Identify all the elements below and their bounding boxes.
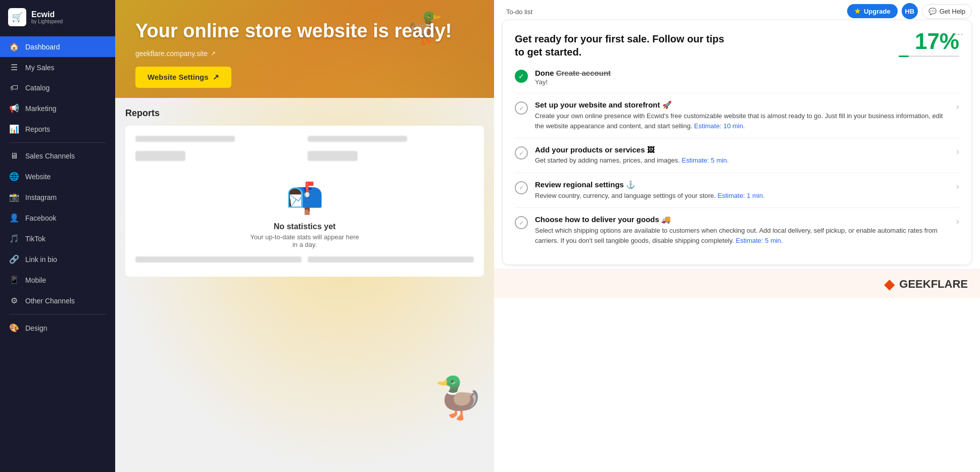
todo-progress-bar [899, 56, 959, 57]
blur-row [308, 151, 358, 161]
nav-label-facebook: Facebook [25, 214, 56, 222]
hero-panel: 🦆 🦆 Your online store website is ready! … [115, 0, 494, 472]
regional-title: Review regional settings ⚓ [535, 180, 949, 189]
geekflare-name: GEEKFLARE [899, 278, 968, 291]
todo-item-title: Done Create account [535, 69, 959, 77]
sidebar-item-catalog[interactable]: 🏷 Catalog [0, 78, 115, 98]
geekflare-footer: ◆ GEEKFLARE [494, 269, 980, 298]
todo-item-regional[interactable]: ✓ Review regional settings ⚓ Review coun… [515, 173, 959, 208]
regional-estimate: Estimate: 1 min. [718, 192, 765, 199]
todo-check-setup: ✓ [515, 101, 528, 115]
todo-item-add-products[interactable]: ✓ Add your products or services 🖼 Get st… [515, 138, 959, 173]
sidebar-item-instagram[interactable]: 📸 Instagram [0, 187, 115, 207]
nav-label-tiktok: TikTok [25, 235, 45, 243]
catalog-icon: 🏷 [9, 83, 19, 92]
help-button[interactable]: 💬 Get Help [922, 4, 972, 19]
blur-row [135, 151, 185, 161]
todo-check-delivery: ✓ [515, 216, 528, 229]
create-account-label: Create account [556, 69, 611, 77]
upgrade-label: Upgrade [864, 8, 891, 15]
sidebar-navigation: 🏠 Dashboard ☰ My Sales 🏷 Catalog 📢 Marke… [0, 32, 115, 342]
avatar-button[interactable]: HB [902, 3, 918, 19]
nav-divider-1 [9, 142, 106, 143]
mobile-icon: 📱 [9, 275, 19, 285]
topbar: ★ Upgrade HB 💬 Get Help [839, 0, 980, 22]
chevron-right-icon: › [956, 101, 959, 112]
sidebar-item-dashboard[interactable]: 🏠 Dashboard [0, 36, 115, 57]
nav-label-catalog: Catalog [25, 84, 50, 92]
tiktok-icon: 🎵 [9, 234, 19, 243]
todo-check-regional: ✓ [515, 181, 528, 194]
instagram-icon: 📸 [9, 192, 19, 202]
link-icon: 🔗 [9, 254, 19, 264]
setup-website-title: Set up your website and storefront 🚀 [535, 100, 949, 110]
upgrade-button[interactable]: ★ Upgrade [847, 4, 898, 18]
geekflare-logo: ◆ GEEKFLARE [884, 276, 968, 292]
sidebar-item-facebook[interactable]: 👤 Facebook [0, 207, 115, 228]
sidebar-item-reports[interactable]: 📊 Reports [0, 119, 115, 139]
help-label: Get Help [940, 8, 965, 15]
nav-label-link-in-bio: Link in bio [25, 255, 57, 264]
blur-row [308, 256, 474, 263]
blur-row [308, 136, 407, 142]
sales-icon: ☰ [9, 63, 19, 72]
hero-title: Your online store website is ready! [135, 20, 474, 42]
add-products-desc: Get started by adding names, prices, and… [535, 155, 949, 166]
delivery-desc: Select which shipping options are availa… [535, 226, 949, 245]
logo-sub: by Lightspeed [31, 19, 63, 24]
sidebar-item-link-in-bio[interactable]: 🔗 Link in bio [0, 249, 115, 270]
chevron-right-icon-3: › [956, 181, 959, 192]
delivery-estimate: Estimate: 5 min. [736, 237, 783, 244]
mailbox-icon: 📬 [286, 180, 324, 216]
sidebar-item-marketing[interactable]: 📢 Marketing [0, 98, 115, 119]
more-options-icon[interactable]: ⋯ [954, 28, 963, 39]
no-stats-subtitle: Your up-to-date stats will appear here i… [250, 233, 359, 248]
nav-label-marketing: Marketing [25, 104, 56, 113]
reports-card: 📬 No statistics yet Your up-to-date stat… [125, 126, 484, 277]
sidebar-item-other-channels[interactable]: ⚙ Other Channels [0, 290, 115, 311]
external-link-icon: ↗ [211, 50, 216, 57]
nav-label-sales-channels: Sales Channels [25, 152, 75, 160]
todo-item-create-account: ✓ Done Create account Yay! [515, 69, 959, 93]
no-stats-title: No statistics yet [274, 222, 336, 231]
todo-item-body: Done Create account Yay! [535, 69, 959, 86]
nav-label-other-channels: Other Channels [25, 297, 75, 305]
sidebar-item-website[interactable]: 🌐 Website [0, 166, 115, 187]
sidebar-item-my-sales[interactable]: ☰ My Sales [0, 57, 115, 78]
home-icon: 🏠 [9, 42, 19, 51]
website-settings-button[interactable]: Website Settings ↗ [135, 67, 231, 88]
nav-label-mobile: Mobile [25, 276, 46, 284]
sidebar-logo: 🛒 Ecwid by Lightspeed [0, 0, 115, 32]
website-icon: 🌐 [9, 172, 19, 181]
sidebar-item-sales-channels[interactable]: 🖥 Sales Channels [0, 146, 115, 166]
sales-channels-icon: 🖥 [9, 151, 19, 161]
todo-item-delivery[interactable]: ✓ Choose how to deliver your goods 🚚 Sel… [515, 207, 959, 252]
todo-yay-text: Yay! [535, 78, 959, 86]
sidebar-item-design[interactable]: 🎨 Design [0, 318, 115, 338]
todo-item-setup-website[interactable]: ✓ Set up your website and storefront 🚀 C… [515, 93, 959, 138]
reports-icon: 📊 [9, 124, 19, 134]
todo-panel: To-do list ⋯ Get ready for your first sa… [494, 0, 980, 472]
todo-items-list: ✓ Done Create account Yay! ✓ [515, 69, 959, 252]
website-settings-label: Website Settings [148, 73, 209, 81]
sidebar-item-tiktok[interactable]: 🎵 TikTok [0, 228, 115, 249]
nav-divider-2 [9, 314, 106, 314]
setup-website-desc: Create your own online presence with Ecw… [535, 111, 949, 131]
delivery-title: Choose how to deliver your goods 🚚 [535, 215, 949, 224]
chat-icon: 💬 [928, 8, 937, 15]
sidebar-item-mobile[interactable]: 📱 Mobile [0, 270, 115, 290]
setup-estimate: Estimate: 10 min. [694, 122, 745, 130]
nav-label-design: Design [25, 324, 47, 332]
todo-progress-fill [899, 56, 909, 57]
blur-row [135, 256, 302, 263]
hero-content: Your online store website is ready! geek… [115, 0, 494, 98]
todo-item-body-delivery: Choose how to deliver your goods 🚚 Selec… [535, 215, 949, 245]
facebook-icon: 👤 [9, 213, 19, 223]
other-channels-icon: ⚙ [9, 296, 19, 305]
regional-desc: Review country, currency, and language s… [535, 191, 949, 201]
todo-card: ⋯ Get ready for your first sale. Follow … [502, 20, 972, 265]
design-icon: 🎨 [9, 323, 19, 333]
store-url: geekflare.company.site [135, 49, 208, 58]
nav-label-website: Website [25, 173, 51, 181]
todo-card-title: Get ready for your first sale. Follow ou… [515, 32, 727, 59]
